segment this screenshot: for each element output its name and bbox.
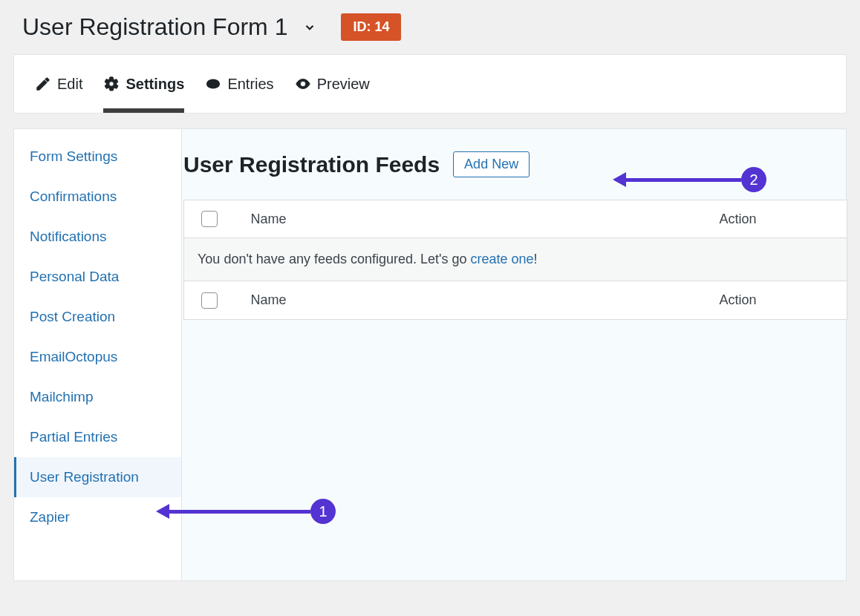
column-footer-name[interactable]: Name	[235, 281, 706, 319]
empty-state-suffix: !	[534, 252, 538, 266]
sidebar-item-label: Form Settings	[30, 148, 117, 164]
column-footer-action: Action	[706, 281, 847, 319]
sidebar-item-post-creation[interactable]: Post Creation	[14, 297, 181, 337]
tab-edit[interactable]: Edit	[35, 55, 82, 113]
sidebar-item-partial-entries[interactable]: Partial Entries	[14, 417, 181, 457]
add-new-button[interactable]: Add New	[453, 151, 530, 177]
sidebar-item-user-registration[interactable]: User Registration	[14, 457, 181, 497]
sidebar-item-label: Personal Data	[30, 269, 119, 284]
sidebar-item-confirmations[interactable]: Confirmations	[14, 177, 181, 217]
tab-label: Edit	[57, 76, 82, 93]
sidebar-item-label: Post Creation	[30, 309, 115, 324]
sidebar-item-label: Partial Entries	[30, 429, 117, 445]
sidebar-item-label: User Registration	[30, 469, 139, 485]
sidebar-item-form-settings[interactable]: Form Settings	[14, 137, 181, 177]
select-all-checkbox-bottom[interactable]	[201, 292, 218, 309]
settings-icon	[103, 76, 120, 92]
table-footer-row: Name Action	[184, 281, 847, 319]
tab-settings[interactable]: Settings	[103, 55, 184, 113]
column-header-action: Action	[706, 200, 847, 238]
table-header-row: Name Action	[184, 200, 847, 238]
create-one-link[interactable]: create one	[470, 252, 533, 266]
tab-label: Entries	[227, 76, 273, 93]
tab-bar: Edit Settings Entries Preview	[13, 54, 847, 114]
sidebar-item-label: Confirmations	[30, 189, 117, 204]
main-panel: User Registration Feeds Add New Name Act…	[182, 129, 846, 580]
panel-title: User Registration Feeds	[183, 152, 440, 177]
form-switcher-chevron-icon[interactable]	[302, 20, 317, 35]
settings-sidebar: Form Settings Confirmations Notification…	[14, 129, 182, 580]
edit-icon	[35, 76, 51, 92]
empty-state-text: You don't have any feeds configured. Let…	[198, 252, 470, 266]
tab-preview[interactable]: Preview	[295, 55, 370, 113]
sidebar-item-label: Zapier	[30, 509, 70, 525]
sidebar-item-zapier[interactable]: Zapier	[14, 497, 181, 537]
tab-label: Settings	[126, 76, 184, 93]
sidebar-item-label: EmailOctopus	[30, 349, 117, 364]
sidebar-item-mailchimp[interactable]: Mailchimp	[14, 377, 181, 417]
page-title: User Registration Form 1	[22, 13, 287, 41]
sidebar-item-label: Notifications	[30, 229, 107, 244]
sidebar-item-notifications[interactable]: Notifications	[14, 217, 181, 257]
tab-entries[interactable]: Entries	[205, 55, 273, 113]
preview-icon	[295, 76, 311, 92]
select-all-checkbox-top[interactable]	[201, 211, 218, 227]
form-id-badge: ID: 14	[341, 13, 401, 41]
entries-icon	[205, 76, 221, 92]
feeds-table: Name Action You don't have any feeds con…	[183, 200, 847, 320]
sidebar-item-label: Mailchimp	[30, 389, 94, 404]
tab-label: Preview	[317, 76, 370, 93]
sidebar-item-personal-data[interactable]: Personal Data	[14, 257, 181, 297]
column-header-name[interactable]: Name	[235, 200, 706, 238]
sidebar-item-emailoctopus[interactable]: EmailOctopus	[14, 337, 181, 377]
table-empty-row: You don't have any feeds configured. Let…	[184, 238, 847, 281]
